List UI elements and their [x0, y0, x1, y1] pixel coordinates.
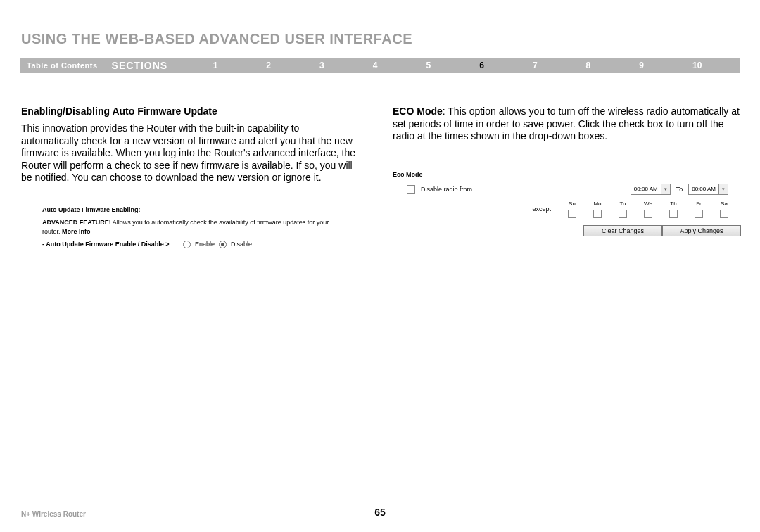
auto-update-toggle-row: - Auto Update Firmware Enable / Disable … — [42, 240, 345, 249]
left-column: Enabling/Disabling Auto Firmware Update … — [21, 106, 359, 249]
except-label: except — [532, 205, 551, 213]
sections-label: SECTIONS — [112, 60, 189, 71]
day-label: Su — [569, 201, 576, 207]
auto-update-header: Auto Update Firmware Enabling: — [42, 205, 345, 215]
section-8[interactable]: 8 — [586, 61, 591, 70]
section-10[interactable]: 10 — [692, 61, 702, 70]
eco-mode-label: ECO Mode — [393, 106, 443, 117]
left-subheading: Enabling/Disabling Auto Firmware Update — [21, 106, 359, 117]
time-to-value: 00:00 AM — [689, 186, 718, 192]
day-checkbox-sa[interactable] — [720, 210, 728, 218]
day-label: Th — [670, 201, 676, 207]
day-checkbox-th[interactable] — [669, 210, 678, 218]
day-col-fr: Fr — [689, 201, 709, 218]
enable-label: Enable — [195, 240, 215, 249]
day-checkbox-su[interactable] — [568, 210, 576, 218]
day-col-th: Th — [664, 201, 683, 218]
to-label: To — [676, 186, 683, 193]
section-4[interactable]: 4 — [373, 61, 378, 70]
section-numbers: 1 2 3 4 5 6 7 8 9 10 — [189, 61, 740, 70]
day-col-tu: Tu — [613, 201, 633, 218]
enable-radio[interactable] — [183, 241, 191, 248]
day-label: We — [644, 201, 652, 207]
time-to-select[interactable]: 00:00 AM ▾ — [688, 184, 728, 195]
section-7[interactable]: 7 — [533, 61, 538, 70]
day-col-sa: Sa — [714, 201, 734, 218]
section-navbar: Table of Contents SECTIONS 1 2 3 4 5 6 7… — [20, 58, 740, 73]
right-column: ECO Mode: This option allows you to turn… — [393, 106, 741, 236]
advanced-feature-label: ADVANCED FEATURE! — [42, 219, 111, 226]
auto-update-desc: ADVANCED FEATURE! Allows you to automati… — [42, 218, 345, 236]
section-2[interactable]: 2 — [266, 61, 271, 70]
eco-header: Eco Mode — [393, 171, 741, 178]
left-body: This innovation provides the Router with… — [21, 122, 359, 184]
auto-update-panel: Auto Update Firmware Enabling: ADVANCED … — [21, 205, 359, 249]
eco-buttons-row: Clear Changes Apply Changes — [393, 225, 741, 236]
chevron-down-icon: ▾ — [718, 184, 728, 194]
section-6[interactable]: 6 — [479, 61, 484, 70]
chevron-down-icon: ▾ — [661, 184, 670, 194]
disable-label: Disable — [231, 240, 252, 249]
day-checkbox-tu[interactable] — [619, 210, 627, 218]
section-9[interactable]: 9 — [639, 61, 644, 70]
footer-page-number: 65 — [0, 507, 760, 518]
auto-update-toggle-label: - Auto Update Firmware Enable / Disable … — [42, 240, 183, 249]
time-from-value: 00:00 AM — [631, 186, 661, 192]
day-label: Mo — [593, 201, 601, 207]
day-label: Tu — [619, 201, 626, 207]
day-label: Sa — [721, 201, 728, 207]
disable-radio-checkbox[interactable] — [407, 185, 415, 194]
more-info-link[interactable]: More Info — [62, 228, 91, 235]
page-title: USING THE WEB-BASED ADVANCED USER INTERF… — [21, 31, 412, 47]
day-checkbox-fr[interactable] — [695, 210, 703, 218]
eco-panel: Eco Mode Disable radio from 00:00 AM ▾ T… — [393, 171, 741, 236]
day-checkbox-we[interactable] — [644, 210, 652, 218]
section-5[interactable]: 5 — [426, 61, 431, 70]
clear-changes-button[interactable]: Clear Changes — [583, 225, 662, 236]
day-col-mo: Mo — [588, 201, 607, 218]
day-checkbox-mo[interactable] — [593, 210, 602, 218]
eco-row-days: except Su Mo Tu We Th Fr Sa — [393, 201, 741, 218]
time-from-select[interactable]: 00:00 AM ▾ — [631, 184, 671, 195]
section-1[interactable]: 1 — [213, 61, 218, 70]
day-col-su: Su — [562, 201, 582, 218]
eco-row-time: Disable radio from 00:00 AM ▾ To 00:00 A… — [393, 184, 741, 195]
toc-link[interactable]: Table of Contents — [20, 61, 112, 70]
apply-changes-button[interactable]: Apply Changes — [662, 225, 741, 236]
disable-radio-label: Disable radio from — [421, 186, 472, 193]
day-label: Fr — [696, 201, 702, 207]
disable-radio[interactable] — [219, 241, 227, 248]
day-col-we: We — [638, 201, 658, 218]
eco-mode-desc: : This option allows you to turn off the… — [393, 106, 740, 141]
right-body: ECO Mode: This option allows you to turn… — [393, 106, 741, 143]
section-3[interactable]: 3 — [319, 61, 324, 70]
